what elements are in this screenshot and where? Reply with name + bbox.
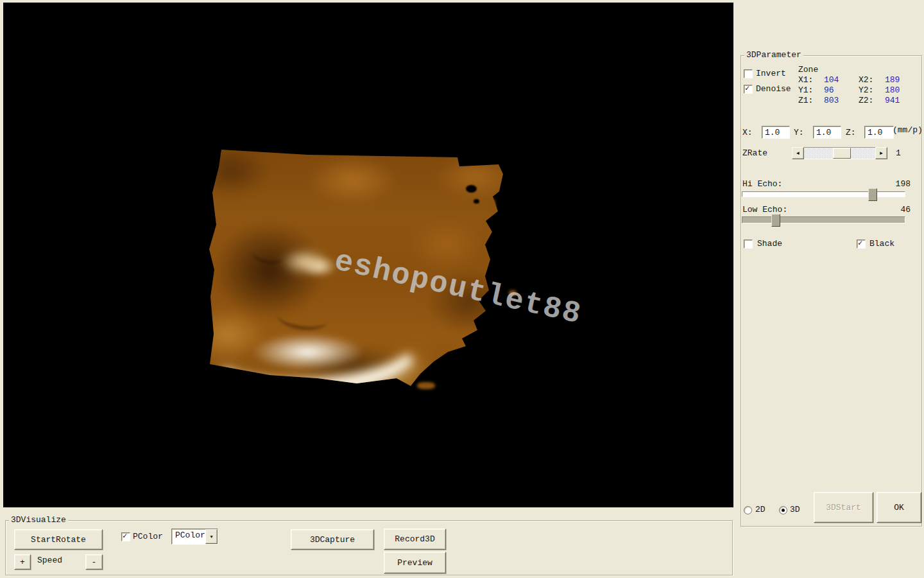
dropdown-arrow-button[interactable]: ▼ bbox=[205, 529, 218, 544]
black-checkbox[interactable]: ✓ bbox=[857, 240, 866, 249]
pcolor-label: PColor bbox=[133, 532, 163, 541]
scale-x-label: X: bbox=[742, 128, 753, 137]
check-icon: ✓ bbox=[858, 238, 862, 248]
hi-echo-label: Hi Echo: bbox=[742, 179, 782, 189]
image-speckle bbox=[490, 199, 495, 213]
check-icon: ✓ bbox=[123, 531, 127, 541]
scroll-right-button[interactable]: ► bbox=[875, 147, 887, 159]
zone-y2-value: 180 bbox=[885, 85, 900, 95]
zrate-scroll-track[interactable] bbox=[804, 147, 875, 159]
pcolor-dropdown[interactable]: PColor ▼ bbox=[171, 529, 218, 545]
scroll-left-button[interactable]: ◄ bbox=[792, 147, 804, 159]
bright-hotspot bbox=[252, 333, 364, 371]
zone-x2-label: X2: bbox=[859, 75, 873, 85]
denoise-checkbox[interactable]: ✓ bbox=[744, 85, 753, 94]
low-echo-label: Low Echo: bbox=[742, 205, 787, 215]
app-window: { "viewport": { "watermark": "eshopoutle… bbox=[0, 0, 924, 578]
shade-checkbox[interactable] bbox=[744, 240, 753, 249]
zone-z1-label: Z1: bbox=[798, 96, 813, 105]
start3d-button[interactable]: 3DStart bbox=[814, 492, 873, 523]
hi-echo-slider-thumb[interactable] bbox=[868, 188, 877, 201]
scale-x-input[interactable] bbox=[762, 126, 790, 139]
black-label: Black bbox=[869, 239, 894, 249]
zone-z1-value: 803 bbox=[824, 96, 839, 105]
mode-2d-radio[interactable] bbox=[744, 506, 752, 514]
zone-y2-label: Y2: bbox=[859, 85, 873, 95]
zone-title: Zone bbox=[798, 65, 818, 74]
low-echo-slider-track[interactable] bbox=[742, 216, 905, 223]
render-viewport[interactable]: eshopoutlet88 bbox=[3, 3, 733, 507]
zone-x2-value: 189 bbox=[885, 75, 900, 85]
ok-button[interactable]: OK bbox=[877, 492, 921, 523]
speed-label: Speed bbox=[37, 556, 62, 565]
zone-y1-label: Y1: bbox=[798, 85, 813, 95]
scale-y-label: Y: bbox=[794, 128, 804, 137]
invert-label: Invert bbox=[756, 69, 786, 78]
scale-y-input[interactable] bbox=[813, 126, 841, 139]
image-speckle bbox=[474, 199, 479, 204]
zrate-scrollbar[interactable]: ◄ ► bbox=[792, 147, 887, 158]
speed-plus-button[interactable]: + bbox=[14, 554, 31, 570]
zrate-scroll-thumb[interactable] bbox=[833, 148, 851, 159]
zrate-value: 1 bbox=[896, 148, 901, 158]
low-echo-slider-thumb[interactable] bbox=[771, 214, 780, 227]
zone-x1-value: 104 bbox=[824, 75, 839, 85]
shade-label: Shade bbox=[757, 239, 782, 249]
arrow-left-icon: ◄ bbox=[796, 150, 800, 156]
hi-echo-value: 198 bbox=[896, 179, 911, 189]
low-echo-value: 46 bbox=[900, 205, 911, 215]
mode-3d-radio[interactable] bbox=[779, 506, 787, 514]
group-title: 3DVisualize bbox=[9, 515, 68, 525]
check-icon: ✓ bbox=[745, 83, 749, 93]
start-rotate-button[interactable]: StartRotate bbox=[14, 529, 103, 550]
zrate-label: ZRate bbox=[742, 148, 767, 158]
image-speckle bbox=[417, 382, 435, 389]
mode-2d-label: 2D bbox=[755, 505, 766, 514]
scale-z-input[interactable] bbox=[864, 126, 894, 139]
visualize-groupbox: 3DVisualize StartRotate + Speed - ✓ PCol… bbox=[5, 520, 733, 575]
chevron-down-icon: ▼ bbox=[210, 534, 212, 539]
preview-button[interactable]: Preview bbox=[384, 552, 446, 574]
zone-y1-value: 96 bbox=[824, 85, 834, 95]
record-button[interactable]: Record3D bbox=[384, 529, 446, 550]
speed-minus-button[interactable]: - bbox=[85, 554, 103, 570]
image-speckle bbox=[466, 185, 477, 193]
parameter-groupbox: 3DParameter Invert ✓ Denoise Zone X1: 10… bbox=[740, 55, 922, 527]
zone-z2-label: Z2: bbox=[859, 96, 873, 105]
scale-unit-label: (mm/p) bbox=[893, 125, 923, 135]
group-title: 3DParameter bbox=[744, 50, 803, 60]
hi-echo-slider-track[interactable] bbox=[742, 191, 905, 197]
scale-z-label: Z: bbox=[846, 128, 856, 137]
radio-selected-dot bbox=[782, 509, 785, 512]
zone-x1-label: X1: bbox=[798, 75, 813, 85]
zone-z2-value: 941 bbox=[885, 96, 900, 105]
arrow-right-icon: ► bbox=[880, 150, 883, 156]
pcolor-checkbox[interactable]: ✓ bbox=[121, 532, 130, 541]
pcolor-dropdown-value: PColor bbox=[172, 529, 205, 544]
capture-button[interactable]: 3DCapture bbox=[291, 529, 374, 550]
invert-checkbox[interactable] bbox=[744, 69, 753, 78]
mode-3d-label: 3D bbox=[790, 505, 800, 514]
denoise-label: Denoise bbox=[756, 84, 791, 94]
